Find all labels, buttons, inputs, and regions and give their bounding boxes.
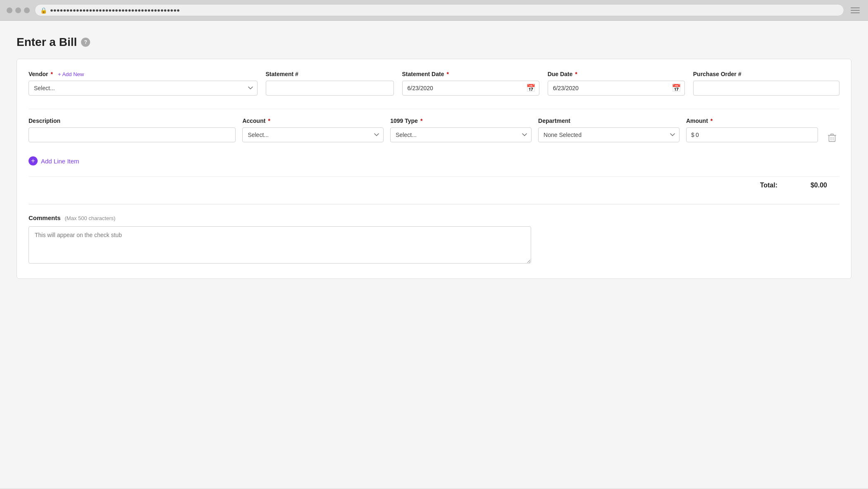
due-date-wrapper: 📅 [548, 81, 685, 96]
comments-section: Comments (Max 500 characters) [29, 204, 839, 265]
browser-dots [7, 7, 30, 13]
comments-header: Comments (Max 500 characters) [29, 214, 839, 221]
account-required-star: * [268, 117, 270, 124]
vendor-select[interactable]: Select... [29, 81, 258, 96]
menu-line-2 [851, 10, 860, 11]
due-date-field-group: Due Date* 📅 [548, 71, 685, 96]
total-value: $0.00 [794, 182, 827, 189]
due-date-required-star: * [575, 71, 577, 77]
address-text: ●●●●●●●●●●●●●●●●●●●●●●●●●●●●●●●●●●●●●●●● [50, 7, 180, 13]
address-bar[interactable]: 🔒 ●●●●●●●●●●●●●●●●●●●●●●●●●●●●●●●●●●●●●●… [35, 4, 844, 16]
po-field-group: Purchase Order # [693, 71, 839, 96]
amount-prefix: $ [691, 132, 694, 138]
description-label: Description [29, 117, 236, 124]
trash-icon [828, 133, 836, 142]
comments-hint: (Max 500 characters) [65, 215, 116, 221]
department-select[interactable]: None Selected [538, 127, 680, 142]
browser-dot-red [7, 7, 12, 13]
svg-rect-0 [829, 135, 835, 141]
vendor-required-star: * [50, 71, 52, 77]
menu-line-3 [851, 12, 860, 13]
page-title-row: Enter a Bill ? [17, 36, 851, 49]
account-select[interactable]: Select... [242, 127, 384, 142]
statement-input[interactable] [266, 81, 394, 96]
type1099-required-star: * [420, 117, 422, 124]
statement-date-label: Statement Date* [402, 71, 539, 77]
vendor-label: Vendor* + Add New [29, 71, 258, 77]
description-input[interactable] [29, 127, 236, 142]
add-line-item-label: Add Line Item [41, 158, 79, 165]
browser-dot-green [24, 7, 30, 13]
due-date-calendar-icon[interactable]: 📅 [672, 84, 681, 93]
statement-date-required-star: * [446, 71, 448, 77]
account-label: Account* [242, 117, 384, 124]
comments-label: Comments [29, 214, 61, 221]
line-item-row: Description Account* Select... [29, 117, 839, 146]
svg-rect-2 [831, 134, 834, 135]
statement-date-wrapper: 📅 [402, 81, 539, 96]
add-line-item-button[interactable]: + Add Line Item [29, 154, 79, 168]
description-field-group: Description [29, 117, 236, 142]
browser-menu-button[interactable] [849, 6, 861, 15]
account-field-group: Account* Select... [242, 117, 384, 142]
amount-input-wrapper: $ [686, 127, 818, 142]
line-items-section: Description Account* Select... [29, 109, 839, 168]
type1099-select[interactable]: Select... [390, 127, 532, 142]
menu-line-1 [851, 7, 860, 8]
lock-icon: 🔒 [40, 7, 47, 14]
help-icon[interactable]: ? [81, 38, 90, 47]
po-label: Purchase Order # [693, 71, 839, 77]
statement-date-calendar-icon[interactable]: 📅 [526, 84, 535, 93]
amount-label: Amount* [686, 117, 818, 124]
statement-date-field-group: Statement Date* 📅 [402, 71, 539, 96]
amount-field-group: Amount* $ [686, 117, 818, 142]
vendor-field-group: Vendor* + Add New Select... [29, 71, 258, 96]
statement-date-input[interactable] [402, 81, 539, 96]
browser-chrome: 🔒 ●●●●●●●●●●●●●●●●●●●●●●●●●●●●●●●●●●●●●●… [0, 0, 868, 21]
statement-label: Statement # [266, 71, 394, 77]
amount-required-star: * [711, 117, 713, 124]
due-date-label: Due Date* [548, 71, 685, 77]
total-label: Total: [760, 182, 777, 189]
page-title: Enter a Bill [17, 36, 77, 49]
comments-textarea[interactable] [29, 226, 531, 264]
statement-field-group: Statement # [266, 71, 394, 96]
delete-line-item-button[interactable] [825, 130, 839, 146]
top-fields-row: Vendor* + Add New Select... Statement # … [29, 71, 839, 96]
type1099-field-group: 1099 Type* Select... [390, 117, 532, 142]
total-row: Total: $0.00 [29, 176, 839, 194]
type1099-label: 1099 Type* [390, 117, 532, 124]
po-input[interactable] [693, 81, 839, 96]
department-label: Department [538, 117, 680, 124]
vendor-add-new-link[interactable]: + Add New [58, 71, 84, 77]
main-card: Vendor* + Add New Select... Statement # … [17, 59, 851, 279]
browser-dot-yellow [15, 7, 21, 13]
add-line-item-icon: + [29, 156, 38, 165]
department-field-group: Department None Selected [538, 117, 680, 142]
page-content: Enter a Bill ? Vendor* + Add New Select.… [0, 21, 868, 488]
amount-input[interactable] [686, 127, 818, 142]
due-date-input[interactable] [548, 81, 685, 96]
